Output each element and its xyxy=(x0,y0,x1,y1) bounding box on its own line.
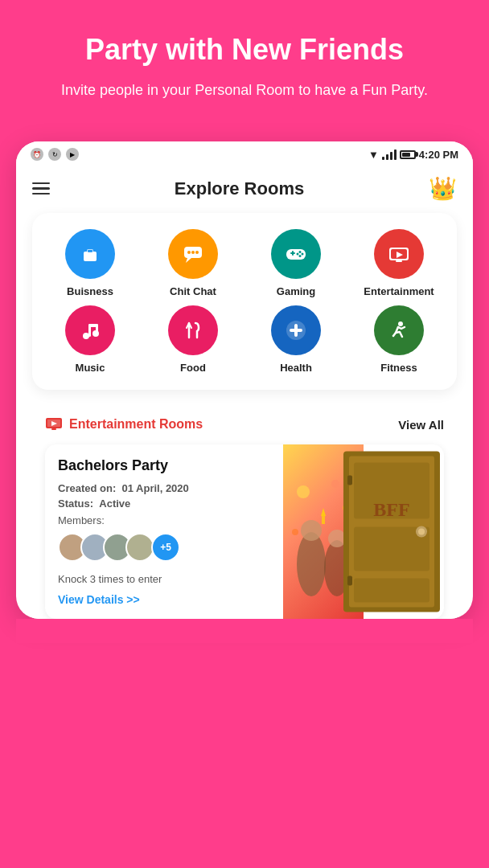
business-icon-circle xyxy=(65,229,115,279)
bar2 xyxy=(386,154,388,160)
room-status: Status: Active xyxy=(58,497,431,510)
svg-marker-6 xyxy=(186,258,191,263)
svg-point-13 xyxy=(299,251,302,253)
fitness-icon-circle xyxy=(374,305,424,355)
fork-icon xyxy=(179,317,207,344)
room-name: Bachelors Party xyxy=(58,457,431,474)
svg-point-14 xyxy=(302,253,304,256)
status-value: Active xyxy=(99,497,130,510)
sync-icon: ↻ xyxy=(48,148,61,161)
svg-point-16 xyxy=(297,253,299,256)
category-health[interactable]: Health xyxy=(246,305,346,374)
music-icon-circle xyxy=(65,305,115,355)
svg-rect-36 xyxy=(51,428,56,430)
avatar-count: +5 xyxy=(151,533,180,562)
bar3 xyxy=(390,152,392,160)
music-icon xyxy=(76,317,104,344)
app-header: Explore Rooms 👑 xyxy=(16,164,473,213)
svg-rect-4 xyxy=(88,256,92,257)
room-info: Bachelors Party Created on: 01 April, 20… xyxy=(58,457,431,606)
knock-text: Knock 3 times to enter xyxy=(58,573,431,585)
hamburger-line2 xyxy=(32,187,50,190)
status-icons-left: ⏰ ↻ ▶ xyxy=(31,148,79,161)
battery-icon xyxy=(400,150,416,159)
arrow-icon: ▶ xyxy=(66,148,79,161)
svg-rect-31 xyxy=(290,329,302,332)
view-all-button[interactable]: View All xyxy=(398,418,444,432)
categories-grid: Buisness Chit Chat xyxy=(40,229,449,374)
rooms-header: Entertainment Rooms View All xyxy=(45,416,444,433)
category-music[interactable]: Music xyxy=(40,305,140,374)
chitchat-label: Chit Chat xyxy=(170,285,216,297)
app-title: Explore Rooms xyxy=(175,178,304,199)
food-icon-circle xyxy=(168,305,218,355)
entertainment-label: Entertainment xyxy=(364,285,434,297)
bar4 xyxy=(394,149,397,160)
categories-card: Buisness Chit Chat xyxy=(32,213,457,390)
signal-bars xyxy=(382,149,397,160)
hamburger-line1 xyxy=(32,182,50,185)
status-right: ▼ 4:20 PM xyxy=(368,149,458,161)
rooms-title-text: Entertainment Rooms xyxy=(69,417,203,432)
chitchat-icon-circle xyxy=(168,229,218,279)
alarm-icon: ⏰ xyxy=(31,148,43,161)
plus-icon xyxy=(282,317,310,344)
category-gaming[interactable]: Gaming xyxy=(246,229,346,297)
created-value: 01 April, 2020 xyxy=(121,482,188,494)
avatar-4 xyxy=(125,533,154,562)
members-label: Members: xyxy=(58,514,431,526)
fitness-label: Fitness xyxy=(380,362,417,374)
category-business[interactable]: Buisness xyxy=(40,229,140,297)
category-food[interactable]: Food xyxy=(143,305,243,374)
health-icon-circle xyxy=(271,305,321,355)
hamburger-button[interactable] xyxy=(32,182,50,195)
entertainment-icon-circle xyxy=(374,229,424,279)
rooms-tv-icon xyxy=(45,416,63,433)
view-details-link[interactable]: View Details >> xyxy=(58,593,431,606)
status-bar: ⏰ ↻ ▶ ▼ 4:20 PM xyxy=(16,141,473,164)
rooms-title: Entertainment Rooms xyxy=(45,416,203,433)
room-card: Bachelors Party Created on: 01 April, 20… xyxy=(45,444,444,619)
svg-rect-12 xyxy=(292,251,294,256)
rooms-section: Entertainment Rooms View All Bachelors P… xyxy=(32,403,457,619)
category-fitness[interactable]: Fitness xyxy=(349,305,449,374)
gaming-label: Gaming xyxy=(277,285,315,297)
chat-icon xyxy=(179,240,207,268)
run-icon xyxy=(385,317,413,344)
member-avatars: +5 xyxy=(58,533,431,562)
svg-point-21 xyxy=(83,333,89,339)
created-label: Created on: xyxy=(58,482,116,494)
wifi-icon: ▼ xyxy=(368,149,379,161)
category-chitchat[interactable]: Chit Chat xyxy=(143,229,243,297)
gaming-icon-circle xyxy=(271,229,321,279)
svg-point-8 xyxy=(191,251,195,254)
food-label: Food xyxy=(180,362,206,374)
crown-icon[interactable]: 👑 xyxy=(429,175,457,202)
category-entertainment[interactable]: Entertainment xyxy=(349,229,449,297)
phone-mockup: ⏰ ↻ ▶ ▼ 4:20 PM Explore Rooms 👑 xyxy=(16,141,473,619)
room-created: Created on: 01 April, 2020 xyxy=(58,482,431,494)
gamepad-icon xyxy=(282,240,310,268)
svg-point-15 xyxy=(299,255,302,257)
tv-icon xyxy=(385,240,413,268)
status-label: Status: xyxy=(58,497,93,510)
svg-point-32 xyxy=(398,321,403,326)
svg-rect-20 xyxy=(396,260,402,262)
music-label: Music xyxy=(76,362,105,374)
briefcase-icon xyxy=(77,241,103,267)
hero-title: Party with New Friends xyxy=(24,32,465,67)
time-display: 4:20 PM xyxy=(419,149,458,161)
bar1 xyxy=(382,157,384,160)
svg-point-7 xyxy=(187,251,191,254)
hero-subtitle: Invite people in your Personal Room to h… xyxy=(24,80,465,101)
health-label: Health xyxy=(280,362,312,374)
svg-point-9 xyxy=(195,251,199,254)
business-label: Buisness xyxy=(67,285,113,297)
battery-fill xyxy=(402,153,411,157)
hamburger-line3 xyxy=(32,193,50,195)
svg-rect-25 xyxy=(96,324,98,334)
hero-section: Party with New Friends Invite people in … xyxy=(0,0,489,125)
pink-bottom-bar xyxy=(16,619,473,643)
